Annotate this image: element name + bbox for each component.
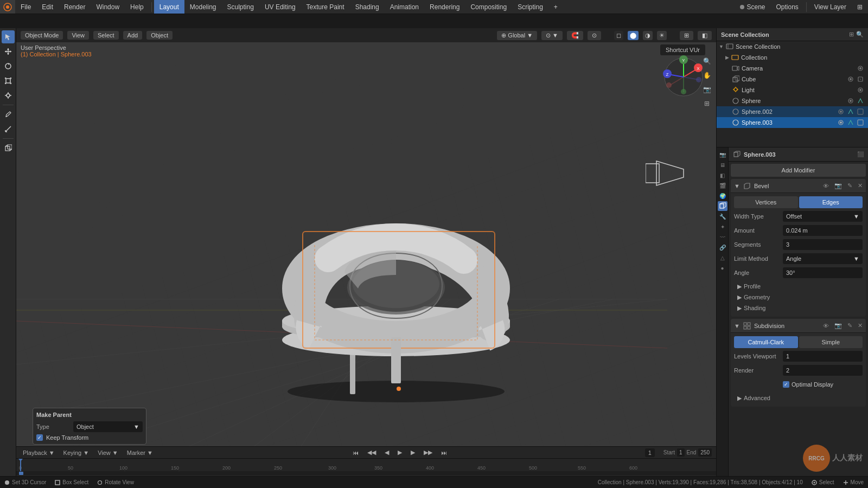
menu-window[interactable]: Window <box>91 0 125 14</box>
sphere002-visibility-icon[interactable] <box>838 108 844 115</box>
subdiv-show-viewport[interactable]: 👁 <box>823 323 829 329</box>
material-shading[interactable]: ◑ <box>643 31 653 40</box>
object-menu[interactable]: Object <box>146 31 173 40</box>
prev-frame-btn[interactable]: ◀◀ <box>365 448 378 457</box>
bevel-expand[interactable]: ✎ <box>847 182 852 189</box>
overlay-toggle[interactable]: ⊞ <box>680 31 693 40</box>
outliner-filter-icon[interactable]: ⊞ <box>849 31 854 38</box>
optimal-display-checkbox[interactable]: ✓ <box>783 381 789 388</box>
play-btn[interactable]: ▶ <box>395 448 404 457</box>
transform-orientation[interactable]: ⊕ Global ▼ <box>497 31 537 40</box>
keying-menu[interactable]: Keying ▼ <box>61 448 92 457</box>
cursor-tool[interactable] <box>2 30 15 43</box>
measure-tool[interactable] <box>2 123 15 136</box>
view-layer-selector[interactable]: View Layer <box>809 0 852 14</box>
outliner-item-sphere[interactable]: Sphere <box>717 95 868 106</box>
levels-viewport-value[interactable]: 1 <box>783 351 863 362</box>
app-icon[interactable] <box>0 0 15 14</box>
workspace-tab-sculpting[interactable]: Sculpting <box>222 0 259 14</box>
3d-viewport[interactable]: Object Mode View Select Add Object ⊕ Glo… <box>16 28 716 488</box>
annotate-tool[interactable] <box>2 108 15 121</box>
prop-object-icon[interactable] <box>718 201 727 211</box>
subdiv-show-render[interactable]: 📷 <box>834 322 842 329</box>
width-type-dropdown[interactable]: Offset ▼ <box>783 211 863 222</box>
prev-keyframe-btn[interactable]: ◀ <box>382 448 391 457</box>
marker-menu[interactable]: Marker ▼ <box>125 448 155 457</box>
workspace-tab-uv[interactable]: UV Editing <box>259 0 301 14</box>
prop-view-layer-icon[interactable]: ◧ <box>718 170 727 180</box>
prop-modifier-icon[interactable]: 🔧 <box>718 211 727 221</box>
jump-end-btn[interactable]: ⏭ <box>439 448 449 457</box>
start-frame-input[interactable]: 1 <box>677 448 685 457</box>
playback-menu[interactable]: Playback ▼ <box>21 448 57 457</box>
simple-btn[interactable]: Simple <box>799 336 863 348</box>
workspace-tab-add[interactable]: + <box>548 0 563 14</box>
prop-world-icon[interactable]: 🌍 <box>718 191 727 201</box>
geometry-section[interactable]: ▶ Geometry <box>734 292 863 303</box>
rotate-tool[interactable] <box>2 60 15 73</box>
subdiv-collapse-icon[interactable]: ▼ <box>734 323 740 329</box>
prop-output-icon[interactable]: 🖥 <box>718 160 727 170</box>
subdiv-expand[interactable]: ✎ <box>847 322 852 329</box>
outliner-item-cube[interactable]: Cube <box>717 74 868 85</box>
sphere-visibility-icon[interactable] <box>847 98 854 104</box>
expand-properties-icon[interactable]: ⬛ <box>857 151 864 157</box>
menu-help[interactable]: Help <box>125 0 149 14</box>
end-frame-input[interactable]: 250 <box>698 448 712 457</box>
prop-scene-icon[interactable]: 🎬 <box>718 181 727 190</box>
outliner-item-light[interactable]: Light <box>717 85 868 95</box>
outliner-item-sphere002[interactable]: Sphere.002 <box>717 106 868 117</box>
menu-edit[interactable]: Edit <box>36 0 59 14</box>
menu-file[interactable]: File <box>15 0 36 14</box>
current-frame-display[interactable]: 1 <box>645 448 655 457</box>
prop-material-icon[interactable]: ● <box>718 263 727 273</box>
limit-method-dropdown[interactable]: Angle ▼ <box>783 253 863 264</box>
prop-physics-icon[interactable]: 〰 <box>718 232 727 242</box>
outliner-item-camera[interactable]: Camera <box>717 63 868 74</box>
bevel-vertices-btn[interactable]: Vertices <box>734 196 798 208</box>
catmull-clark-btn[interactable]: Catmull-Clark <box>734 336 798 348</box>
select-menu[interactable]: Select <box>93 31 119 40</box>
transform-tool[interactable] <box>2 89 15 102</box>
prop-particles-icon[interactable]: ✦ <box>718 222 727 232</box>
prop-data-icon[interactable]: △ <box>718 253 727 262</box>
xray-toggle[interactable]: ◧ <box>698 31 712 40</box>
amount-value[interactable]: 0.024 m <box>783 225 863 236</box>
wireframe-shading[interactable]: ◻ <box>614 31 623 40</box>
render-levels-value[interactable]: 2 <box>783 365 863 376</box>
prop-constraints-icon[interactable]: 🔗 <box>718 242 727 252</box>
sphere003-visibility-icon[interactable] <box>838 119 844 126</box>
options-btn[interactable]: Options <box>770 0 803 14</box>
engine-selector[interactable]: Scene <box>734 0 770 14</box>
prop-render-icon[interactable]: 📷 <box>718 150 727 159</box>
bevel-show-render[interactable]: 📷 <box>834 182 842 189</box>
add-cube-tool[interactable] <box>2 142 15 155</box>
camera-visibility-icon[interactable] <box>857 65 864 72</box>
navigation-gizmo[interactable]: X Y Z <box>662 55 705 99</box>
scale-tool[interactable] <box>2 74 15 87</box>
cube-visibility-icon[interactable] <box>847 76 854 82</box>
move-tool[interactable] <box>2 45 15 58</box>
workspace-tab-rendering[interactable]: Rendering <box>424 0 465 14</box>
add-modifier-button[interactable]: Add Modifier <box>731 164 866 177</box>
outliner-item-sphere003[interactable]: Sphere.003 <box>717 117 868 128</box>
angle-value[interactable]: 30° <box>783 267 863 278</box>
view-menu-timeline[interactable]: View ▼ <box>95 448 120 457</box>
type-dropdown[interactable]: Object ▼ <box>73 421 143 432</box>
jump-start-btn[interactable]: ⏮ <box>350 448 361 457</box>
solid-shading[interactable]: ⬤ <box>628 31 639 40</box>
filter-icon[interactable]: ⊞ <box>852 0 868 14</box>
workspace-tab-scripting[interactable]: Scripting <box>512 0 548 14</box>
workspace-tab-compositing[interactable]: Compositing <box>465 0 512 14</box>
outliner-item-collection[interactable]: ▶ Collection <box>717 52 868 63</box>
rendered-shading[interactable]: ☀ <box>657 31 667 40</box>
bevel-edges-btn[interactable]: Edges <box>799 196 863 208</box>
outliner-search-icon[interactable]: 🔍 <box>856 31 864 38</box>
bevel-show-viewport[interactable]: 👁 <box>823 183 829 189</box>
workspace-tab-animation[interactable]: Animation <box>385 0 424 14</box>
segments-value[interactable]: 3 <box>783 239 863 250</box>
workspace-tab-modeling[interactable]: Modeling <box>184 0 222 14</box>
workspace-tab-layout[interactable]: Layout <box>154 0 184 14</box>
workspace-tab-texture[interactable]: Texture Paint <box>301 0 350 14</box>
proportional-edit[interactable]: ⊙ <box>588 31 601 40</box>
